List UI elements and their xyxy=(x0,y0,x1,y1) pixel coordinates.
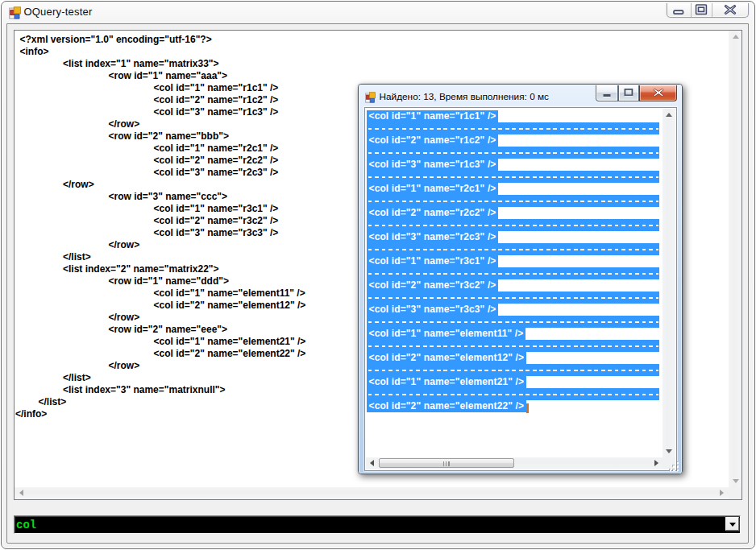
result-item-text[interactable]: <col id="1" name="r3c1" /> xyxy=(367,255,498,267)
result-item[interactable]: <col id="3" name="r3c3" /> xyxy=(366,304,663,328)
result-item-row: <col id="2" name="element12" /> xyxy=(366,352,663,364)
result-item-row: <col id="2" name="r3c2" /> xyxy=(366,279,663,292)
result-item-separator xyxy=(367,340,659,352)
result-item-text[interactable]: <col id="2" name="r3c2" /> xyxy=(367,279,498,292)
scroll-up-icon xyxy=(733,35,739,39)
result-item-text[interactable]: <col id="2" name="element22" /> xyxy=(367,400,526,412)
minimize-button[interactable] xyxy=(596,85,618,101)
result-item-separator xyxy=(367,122,659,134)
minimize-icon xyxy=(673,9,684,15)
result-item[interactable]: <col id="1" name="element11" /> xyxy=(366,328,663,352)
result-item[interactable]: <col id="1" name="r2c1" /> xyxy=(366,183,663,207)
result-item-text[interactable]: <col id="1" name="r1c1" /> xyxy=(367,110,498,122)
grip-dot-icon xyxy=(677,462,679,465)
query-input[interactable]: col xyxy=(16,516,722,532)
result-item[interactable]: <col id="3" name="r1c3" /> xyxy=(366,159,663,183)
scroll-left-icon xyxy=(19,490,23,496)
grip-dot-icon xyxy=(670,469,672,472)
text-caret xyxy=(526,403,529,413)
grip-dot-icon xyxy=(673,465,675,468)
results-window-title: Найдено: 13, Время выполнения: 0 мс xyxy=(380,87,549,107)
main-titlebar[interactable]: OQuery-tester xyxy=(2,2,754,23)
result-item-row: <col id="1" name="element21" /> xyxy=(366,376,663,388)
result-item-separator xyxy=(367,267,659,279)
result-item-separator xyxy=(367,147,659,159)
result-item-text[interactable]: <col id="1" name="element11" /> xyxy=(367,328,525,340)
result-item-separator xyxy=(367,364,659,376)
scrollbar-corner xyxy=(729,487,741,499)
result-item-row: <col id="1" name="r1c1" /> xyxy=(366,110,663,122)
chevron-down-icon xyxy=(729,523,736,527)
close-icon xyxy=(653,89,664,97)
app-icon xyxy=(365,92,376,103)
result-item[interactable]: <col id="1" name="element21" /> xyxy=(366,376,663,400)
result-item-text[interactable]: <col id="2" name="element12" /> xyxy=(367,352,526,364)
scroll-right-icon xyxy=(654,460,658,466)
result-item-separator xyxy=(367,243,659,255)
result-item[interactable]: <col id="2" name="r3c2" /> xyxy=(366,279,663,304)
result-item-text[interactable]: <col id="2" name="r2c2" /> xyxy=(367,207,498,219)
scroll-down-icon xyxy=(666,449,672,453)
result-item-row: <col id="3" name="r2c3" /> xyxy=(366,231,663,243)
result-item-row: <col id="3" name="r3c3" /> xyxy=(366,304,663,316)
result-item-text[interactable]: <col id="3" name="r2c3" /> xyxy=(367,231,498,243)
close-button[interactable] xyxy=(712,3,749,18)
close-icon xyxy=(725,5,737,15)
xml-line: <info> xyxy=(20,46,729,58)
result-item[interactable]: <col id="3" name="r2c3" /> xyxy=(366,231,663,255)
result-item-text[interactable]: <col id="1" name="element21" /> xyxy=(367,376,526,388)
grip-dot-icon xyxy=(673,469,675,472)
result-item-row: <col id="2" name="element22" /> xyxy=(366,400,663,412)
result-item-row: <col id="1" name="r3c1" /> xyxy=(366,255,663,267)
result-item[interactable]: <col id="2" name="element22" /> xyxy=(366,400,663,412)
combo-dropdown-button[interactable] xyxy=(725,517,739,531)
grip-dot-icon xyxy=(677,465,679,468)
result-item-separator xyxy=(367,171,659,183)
results-caption-buttons xyxy=(596,85,678,101)
result-item-text[interactable]: <col id="3" name="r1c3" /> xyxy=(367,159,498,171)
close-button[interactable] xyxy=(639,85,677,101)
result-item-separator xyxy=(367,195,659,207)
result-item-row: <col id="3" name="r1c3" /> xyxy=(366,159,663,171)
xml-line: <list index="1" name="matrix33"> xyxy=(63,58,729,70)
result-item[interactable]: <col id="2" name="r1c2" /> xyxy=(366,134,663,159)
result-item-row: <col id="1" name="r2c1" /> xyxy=(366,183,663,195)
result-item-text[interactable]: <col id="1" name="r2c1" /> xyxy=(367,183,498,195)
result-item-row: <col id="2" name="r1c2" /> xyxy=(366,134,663,147)
scroll-up-icon xyxy=(666,113,672,117)
main-caption-buttons xyxy=(667,3,749,19)
results-vertical-scrollbar[interactable] xyxy=(663,109,675,457)
xml-line: <?xml version="1.0" encoding="utf-16"?> xyxy=(20,34,729,46)
scroll-left-icon xyxy=(370,460,374,466)
maximize-icon xyxy=(624,89,633,97)
main-window-title: OQuery-tester xyxy=(24,2,93,23)
result-item-text[interactable]: <col id="2" name="r1c2" /> xyxy=(367,134,498,147)
results-listbox[interactable]: <col id="1" name="r1c1" /> <col id="2" n… xyxy=(364,107,677,471)
result-item-separator xyxy=(367,219,659,231)
minimize-icon xyxy=(602,87,611,99)
grip-dot-icon xyxy=(677,469,679,472)
xml-line: <row id="1" name="aaa"> xyxy=(109,70,729,82)
result-item[interactable]: <col id="2" name="r2c2" /> xyxy=(366,207,663,231)
scroll-right-icon xyxy=(720,490,724,496)
result-item[interactable]: <col id="2" name="element12" /> xyxy=(366,352,663,376)
scrollbar-thumb[interactable] xyxy=(379,458,514,469)
results-horizontal-scrollbar[interactable] xyxy=(366,457,663,469)
resize-grip[interactable] xyxy=(669,461,679,472)
result-item-text[interactable]: <col id="3" name="r3c3" /> xyxy=(367,304,498,316)
query-combobox[interactable]: col xyxy=(14,515,741,534)
result-item[interactable]: <col id="1" name="r3c1" /> xyxy=(366,255,663,279)
result-item[interactable]: <col id="1" name="r1c1" /> xyxy=(366,110,663,134)
minimize-button[interactable] xyxy=(667,3,691,18)
result-item-row: <col id="2" name="r2c2" /> xyxy=(366,207,663,219)
results-items: <col id="1" name="r1c1" /> <col id="2" n… xyxy=(366,109,663,457)
result-item-separator xyxy=(367,388,659,400)
result-item-row: <col id="1" name="element11" /> xyxy=(366,328,663,340)
xml-horizontal-scrollbar[interactable] xyxy=(15,487,729,499)
result-item-separator xyxy=(367,316,659,328)
app-icon xyxy=(9,6,22,19)
result-item-separator xyxy=(367,292,659,304)
maximize-button[interactable] xyxy=(691,3,712,18)
xml-vertical-scrollbar[interactable] xyxy=(729,31,741,487)
maximize-button[interactable] xyxy=(618,85,640,101)
